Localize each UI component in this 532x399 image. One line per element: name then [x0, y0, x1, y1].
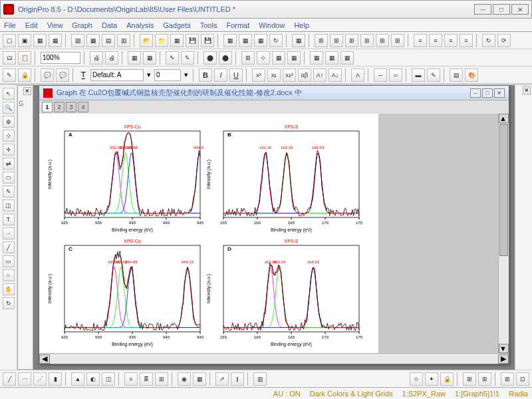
layer-tab-1[interactable]: 1	[42, 102, 53, 112]
align-bottom-icon[interactable]: ≡	[460, 34, 473, 47]
tool-1-icon[interactable]: ✎	[166, 51, 179, 65]
supersub-icon[interactable]: x₂²	[283, 68, 296, 82]
menu-view[interactable]: View	[47, 21, 63, 29]
menu-gadgets[interactable]: Gadgets	[163, 21, 191, 29]
layer-tab-3[interactable]: 3	[66, 102, 76, 112]
new-project-icon[interactable]: ▢	[3, 34, 16, 47]
fill-color-icon[interactable]: ▬	[412, 68, 425, 82]
lock-recalc-icon[interactable]: 🔒	[440, 372, 454, 386]
subscript-icon[interactable]: x₂	[267, 68, 281, 82]
circle-tool-icon[interactable]: ○	[3, 269, 15, 281]
close-button[interactable]: ✕	[511, 4, 529, 15]
line-width-icon[interactable]: ═	[389, 68, 402, 82]
layer-tab-2[interactable]: 2	[54, 102, 65, 112]
annotate-icon[interactable]: ✎	[3, 68, 16, 82]
menu-graph[interactable]: Graph	[72, 21, 92, 29]
align-right-icon[interactable]: ≡	[429, 34, 442, 47]
text-tool-icon[interactable]: T	[3, 213, 15, 225]
lock-icon[interactable]: 🔒	[18, 68, 31, 82]
underline-icon[interactable]: U	[229, 68, 243, 82]
pan-zoom-icon[interactable]: ⊕	[3, 116, 15, 128]
graph-min-button[interactable]: ─	[470, 88, 481, 98]
stack-plot-icon[interactable]: ≡	[124, 372, 138, 386]
pie-plot-icon[interactable]: ◐	[86, 372, 100, 386]
arrow-tool-icon[interactable]: →	[3, 227, 15, 239]
scatter-plot-icon[interactable]: ⋯	[18, 372, 31, 386]
palette-icon[interactable]: 🎨	[465, 68, 478, 82]
merge-icon[interactable]: ⊞	[376, 34, 389, 47]
align-left-icon[interactable]: ≡	[414, 34, 427, 47]
grid-icon[interactable]: ⊞	[463, 372, 476, 386]
scrollbar-vertical[interactable]: ▲▼	[498, 114, 509, 353]
greek-icon[interactable]: αβ	[298, 68, 311, 82]
mask-range-icon[interactable]: ⬤	[219, 51, 232, 65]
zoom-select[interactable]	[41, 52, 80, 64]
panel-close-icon[interactable]: ✕	[23, 87, 31, 95]
layer-mgr-icon[interactable]: ⊞	[241, 51, 255, 65]
open-template-icon[interactable]: 📁	[155, 34, 168, 47]
new-matrix-icon[interactable]: ▩	[86, 34, 100, 47]
tool-2-icon[interactable]: ✎	[181, 51, 194, 65]
font-inc-icon[interactable]: A↑	[313, 68, 327, 82]
stock-plot-icon[interactable]: ⫿	[231, 372, 244, 386]
region-data-icon[interactable]: ◫	[3, 200, 15, 211]
new-excel-icon[interactable]: ▦	[49, 34, 62, 47]
image-plot-icon[interactable]: ▦	[193, 372, 206, 386]
multi-panel-icon[interactable]: ⊞	[155, 372, 168, 386]
new-layout-icon[interactable]: ▤	[102, 34, 115, 47]
save-icon[interactable]: 💾	[186, 34, 199, 47]
menu-analysis[interactable]: Analysis	[126, 21, 154, 29]
scrollbar-horizontal[interactable]: ◀▶	[39, 353, 509, 364]
italic-icon[interactable]: I	[214, 68, 227, 82]
font-color-icon[interactable]: A	[351, 68, 364, 82]
import-ascii-icon[interactable]: ▦	[239, 34, 252, 47]
line-symbol-icon[interactable]: ⋰	[33, 372, 47, 386]
column-plot-icon[interactable]: ▮	[49, 372, 62, 386]
align-top-icon[interactable]: ≡	[444, 34, 458, 47]
refresh-icon[interactable]: ↻	[482, 34, 495, 47]
vector-plot-icon[interactable]: ↗	[215, 372, 229, 386]
axis-icon[interactable]: ⊹	[257, 51, 270, 65]
project-explorer-icon[interactable]: 🗂	[3, 51, 16, 65]
contour-icon[interactable]: ◉	[178, 372, 191, 386]
pattern-icon[interactable]: ▤	[450, 68, 463, 82]
panel-tab-label[interactable]: UI	[18, 100, 25, 106]
font-select[interactable]	[90, 69, 144, 81]
superscript-icon[interactable]: x²	[252, 68, 265, 82]
open-icon[interactable]: 📂	[140, 34, 153, 47]
fontsize-select[interactable]	[154, 69, 181, 81]
add-plot-icon[interactable]: ▦	[287, 51, 301, 65]
reimport-icon[interactable]: ↻	[269, 34, 283, 47]
pointer-icon[interactable]: ↖	[3, 88, 15, 100]
new-folder-icon[interactable]: ▣	[18, 34, 31, 47]
import-wizard-icon[interactable]: ▦	[223, 34, 237, 47]
rescale-icon[interactable]: ⊞	[315, 34, 328, 47]
mask-icon[interactable]: ⬤	[203, 51, 217, 65]
data-selector-icon[interactable]: ⇄	[3, 158, 15, 170]
bold-icon[interactable]: B	[199, 68, 212, 82]
save-template-icon[interactable]: 💾	[201, 34, 214, 47]
import-multi-icon[interactable]: ▦	[254, 34, 267, 47]
copy-page-icon[interactable]: ▦	[143, 51, 156, 65]
zoom-in-icon[interactable]: 🔍	[3, 102, 15, 114]
print-preview-icon[interactable]: 🖨	[105, 51, 118, 65]
menu-tools[interactable]: Tools	[200, 21, 217, 29]
rect-tool-icon[interactable]: ▭	[3, 255, 15, 267]
print-icon[interactable]: 🖨	[90, 51, 103, 65]
grid2-icon[interactable]: ⊞	[478, 372, 491, 386]
menu-edit[interactable]: Edit	[25, 21, 38, 29]
results-log-icon[interactable]: 📋	[18, 51, 31, 65]
menu-file[interactable]: File	[4, 21, 16, 29]
menu-data[interactable]: Data	[102, 21, 117, 29]
add-layer-icon[interactable]: ⊞	[345, 34, 358, 47]
new-graph-icon[interactable]: ▨	[71, 34, 84, 47]
line-tool-icon[interactable]: ╱	[3, 241, 15, 253]
legend-icon[interactable]: ▦	[325, 51, 338, 65]
mask-toggle-icon[interactable]: ✦	[425, 372, 438, 386]
new-notes-icon[interactable]: ▥	[117, 34, 130, 47]
menu-window[interactable]: Window	[259, 21, 285, 29]
zoom-range-icon[interactable]: ⊞	[330, 34, 343, 47]
maximize-button[interactable]: □	[493, 4, 510, 15]
layer-tab-4[interactable]: 4	[78, 102, 88, 112]
theme-icon[interactable]: ▦	[340, 51, 354, 65]
